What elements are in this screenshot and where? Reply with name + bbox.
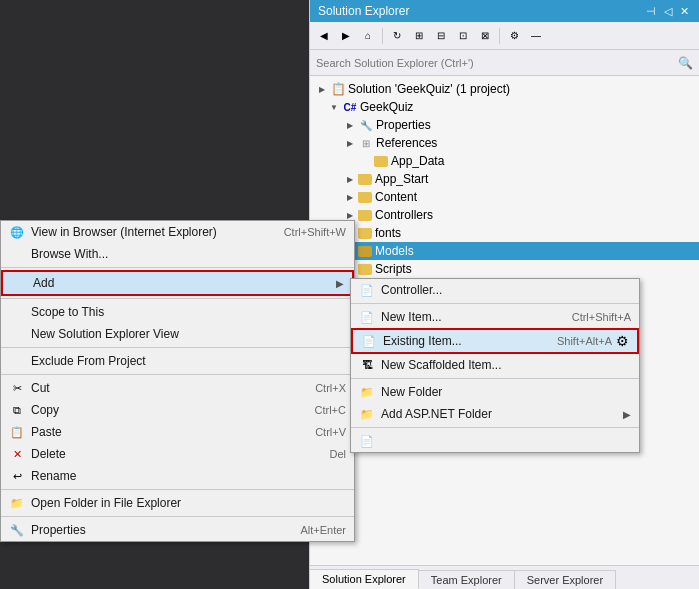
pin-icon[interactable]: ⊣ [644, 5, 658, 18]
se-search-bar: 🔍 [310, 50, 699, 76]
se-toolbar: ◀ ▶ ⌂ ↻ ⊞ ⊟ ⊡ ⊠ ⚙ — [310, 22, 699, 50]
sync-button[interactable]: ↻ [387, 26, 407, 46]
new-se-icon [9, 326, 25, 342]
ctx-sub-sep3 [351, 427, 639, 428]
tree-item-fonts[interactable]: ▶ fonts [310, 224, 699, 242]
search-icon[interactable]: 🔍 [678, 56, 693, 70]
ctx-shortcut-view-in-browser: Ctrl+Shift+W [284, 226, 346, 238]
add-icon [11, 275, 27, 291]
ctx-open-folder[interactable]: 📁 Open Folder in File Explorer [1, 492, 354, 514]
tree-item-solution[interactable]: ▶ 📋 Solution 'GeekQuiz' (1 project) [310, 80, 699, 98]
add-submenu-arrow: ▶ [336, 278, 344, 289]
tree-item-appstart[interactable]: ▶ App_Start [310, 170, 699, 188]
ctx-delete[interactable]: ✕ Delete Del [1, 443, 354, 465]
context-menu-sub: 📄 Controller... 📄 New Item... Ctrl+Shift… [350, 278, 640, 453]
ctx-browse-with[interactable]: Browse With... [1, 243, 354, 265]
expander-geekquiz[interactable]: ▼ [326, 99, 342, 115]
ctx-sub-shortcut-existing-item: Shift+Alt+A [557, 335, 612, 347]
ctx-label-exclude: Exclude From Project [31, 354, 346, 368]
browser-icon: 🌐 [9, 224, 25, 240]
ctx-paste[interactable]: 📋 Paste Ctrl+V [1, 421, 354, 443]
ctx-sub-existing-item[interactable]: 📄 Existing Item... Shift+Alt+A ⚙ [351, 328, 639, 354]
tree-item-controllers[interactable]: ▶ Controllers [310, 206, 699, 224]
ctx-sub-label-new-item: New Item... [381, 310, 552, 324]
expander-content[interactable]: ▶ [342, 189, 358, 205]
ctx-cut[interactable]: ✂ Cut Ctrl+X [1, 377, 354, 399]
references-icon: ⊞ [358, 135, 374, 151]
toolbar-btn2[interactable]: ⊞ [409, 26, 429, 46]
folder-icon-content [358, 192, 372, 203]
folder-icon-appdata [374, 156, 388, 167]
ctx-sub-class[interactable]: 📄 [351, 430, 639, 452]
exclude-icon [9, 353, 25, 369]
tree-item-references[interactable]: ▶ ⊞ References [310, 134, 699, 152]
ctx-shortcut-properties: Alt+Enter [300, 524, 346, 536]
settings-button[interactable]: ⚙ [504, 26, 524, 46]
paste-icon: 📋 [9, 424, 25, 440]
ctx-sub-new-scaffold[interactable]: 🏗 New Scaffolded Item... [351, 354, 639, 376]
solution-icon: 📋 [330, 81, 346, 97]
expander-properties[interactable]: ▶ [342, 117, 358, 133]
close-icon[interactable]: ✕ [678, 5, 691, 18]
delete-icon: ✕ [9, 446, 25, 462]
ctx-sub-aspnet-folder[interactable]: 📁 Add ASP.NET Folder ▶ [351, 403, 639, 425]
tree-label-solution: Solution 'GeekQuiz' (1 project) [348, 82, 510, 96]
ctx-sep6 [1, 516, 354, 517]
tree-label-appstart: App_Start [375, 172, 428, 186]
ctx-shortcut-copy: Ctrl+C [315, 404, 346, 416]
ctx-properties[interactable]: 🔧 Properties Alt+Enter [1, 519, 354, 541]
ctx-sub-label-existing-item: Existing Item... [383, 334, 537, 348]
toolbar-btn5[interactable]: ⊠ [475, 26, 495, 46]
tree-item-appdata[interactable]: App_Data [310, 152, 699, 170]
ctx-add[interactable]: Add ▶ [1, 270, 354, 296]
ctx-rename[interactable]: ↩ Rename [1, 465, 354, 487]
toolbar-btn3[interactable]: ⊟ [431, 26, 451, 46]
ctx-label-add: Add [33, 276, 332, 290]
tree-item-scripts[interactable]: ▶ Scripts [310, 260, 699, 278]
tab-team-explorer[interactable]: Team Explorer [419, 570, 515, 589]
tree-label-content: Content [375, 190, 417, 204]
expander-references[interactable]: ▶ [342, 135, 358, 151]
toolbar-btn4[interactable]: ⊡ [453, 26, 473, 46]
scaffold-icon: 🏗 [359, 357, 375, 373]
tree-item-geekquiz[interactable]: ▼ C# GeekQuiz [310, 98, 699, 116]
tree-label-appdata: App_Data [391, 154, 444, 168]
ctx-exclude[interactable]: Exclude From Project [1, 350, 354, 372]
forward-button[interactable]: ▶ [336, 26, 356, 46]
back-button[interactable]: ◀ [314, 26, 334, 46]
expander-solution[interactable]: ▶ [314, 81, 330, 97]
ctx-new-se-view[interactable]: New Solution Explorer View [1, 323, 354, 345]
browse-icon [9, 246, 25, 262]
home-button[interactable]: ⌂ [358, 26, 378, 46]
pin2-icon[interactable]: ◁ [662, 5, 674, 18]
tab-server-explorer[interactable]: Server Explorer [515, 570, 616, 589]
folder-icon-scripts [358, 264, 372, 275]
tree-item-properties[interactable]: ▶ 🔧 Properties [310, 116, 699, 134]
ctx-sub-controller[interactable]: 📄 Controller... [351, 279, 639, 301]
cursor-icon: ⚙ [616, 333, 629, 349]
expander-appstart[interactable]: ▶ [342, 171, 358, 187]
tree-label-references: References [376, 136, 437, 150]
open-folder-icon: 📁 [9, 495, 25, 511]
tree-label-controllers: Controllers [375, 208, 433, 222]
ctx-sub-new-folder[interactable]: 📁 New Folder [351, 381, 639, 403]
new-item-icon: 📄 [359, 309, 375, 325]
tree-label-models: Models [375, 244, 414, 258]
minimize-button[interactable]: — [526, 26, 546, 46]
tree-item-content[interactable]: ▶ Content [310, 188, 699, 206]
ctx-view-in-browser[interactable]: 🌐 View in Browser (Internet Explorer) Ct… [1, 221, 354, 243]
ctx-label-rename: Rename [31, 469, 346, 483]
ctx-scope-to-this[interactable]: Scope to This [1, 301, 354, 323]
se-titlebar: Solution Explorer ⊣ ◁ ✕ [310, 0, 699, 22]
ctx-label-browse-with: Browse With... [31, 247, 346, 261]
ctx-sub-new-item[interactable]: 📄 New Item... Ctrl+Shift+A [351, 306, 639, 328]
search-input[interactable] [316, 57, 678, 69]
tree-item-models[interactable]: ▶ Models [310, 242, 699, 260]
toolbar-sep2 [499, 28, 500, 44]
folder-icon-appstart [358, 174, 372, 185]
new-folder-icon: 📁 [359, 384, 375, 400]
ctx-copy[interactable]: ⧉ Copy Ctrl+C [1, 399, 354, 421]
project-icon: C# [342, 99, 358, 115]
ctx-label-cut: Cut [31, 381, 295, 395]
tab-solution-explorer[interactable]: Solution Explorer [310, 569, 419, 589]
